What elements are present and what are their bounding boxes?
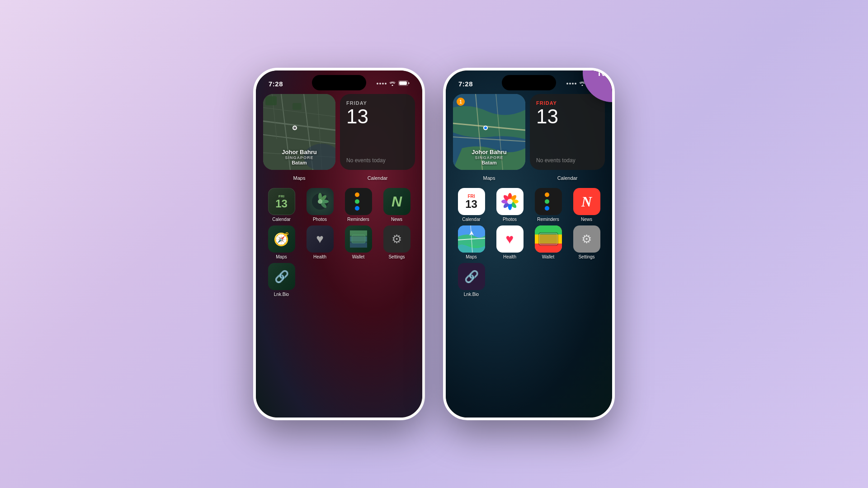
home-content-right: 1 Johor Bahru SINGAPORE Batam FRIDAY [446, 90, 612, 297]
maps-widget-inner-right: 1 Johor Bahru SINGAPORE Batam [453, 94, 525, 170]
app-grid-right: FRI 13 Calendar [453, 188, 605, 297]
calendar-icon-right: FRI 13 [458, 188, 485, 215]
map-bg-right: 1 Johor Bahru SINGAPORE Batam [453, 94, 525, 170]
settings-icon-left: ⚙ [383, 225, 410, 253]
app-item-health-right[interactable]: ♥ Health [491, 225, 528, 259]
maps-icon-left: 🧭 [268, 225, 295, 253]
reminders-icon-left [345, 188, 372, 215]
lnkbio-icon-left: 🔗 [268, 263, 295, 290]
health-label-left: Health [313, 254, 326, 259]
home-content-left: Johor Bahru SINGAPORE Batam FRIDAY 13 No… [256, 90, 422, 297]
signal-dots-right [566, 83, 576, 84]
app-item-photos-right[interactable]: Photos [491, 188, 528, 222]
app-grid-left: FRI 13 Calendar [263, 188, 415, 297]
dot2 [379, 83, 381, 84]
app-item-lnkbio-left[interactable]: 🔗 Lnk.Bio [263, 263, 300, 297]
cal-no-events-right: No events today [536, 157, 599, 164]
phone-right-screen: 7:28 [446, 70, 612, 418]
maps-label-right: Maps [466, 254, 476, 259]
app-item-maps-left[interactable]: 🧭 Maps [263, 225, 300, 259]
lnkbio-label-right: Lnk.Bio [464, 292, 479, 297]
reminders-label-left: Reminders [347, 217, 369, 222]
widget-row-right: 1 Johor Bahru SINGAPORE Batam FRIDAY [453, 94, 605, 170]
app-item-news-left[interactable]: N News [378, 188, 415, 222]
calendar-widget-label-left: Calendar [340, 175, 415, 181]
app-item-reminders-left[interactable]: Reminders [340, 188, 377, 222]
cal-icon-date-right: 13 [465, 199, 477, 210]
widget-labels-right: Maps Calendar [453, 175, 605, 181]
dot3 [382, 83, 384, 84]
maps-label-left: Maps [276, 254, 287, 259]
svg-rect-13 [292, 103, 302, 110]
battery-icon-left [398, 80, 410, 87]
time-left: 7:28 [269, 80, 283, 88]
widget-row-left: Johor Bahru SINGAPORE Batam FRIDAY 13 No… [263, 94, 415, 170]
app-item-reminders-right[interactable]: Reminders [530, 188, 566, 222]
maps-icon-right [458, 225, 485, 253]
wifi-icon-left [389, 80, 396, 87]
dynamic-island-right [502, 75, 556, 90]
phone-left-screen: 7:28 [256, 70, 422, 418]
cal-no-events-left: No events today [346, 157, 409, 164]
cal-date-right: 13 [536, 107, 599, 127]
map-notification-badge-right: 1 [457, 98, 465, 106]
dot4 [385, 83, 387, 84]
svg-rect-53 [539, 233, 557, 245]
app-item-maps-right[interactable]: Maps [453, 225, 490, 259]
widget-labels-left: Maps Calendar [263, 175, 415, 181]
maps-widget-label-right: Maps [453, 175, 525, 181]
news-label-right: News [581, 217, 592, 222]
app-item-settings-left[interactable]: ⚙ Settings [378, 225, 415, 259]
calendar-label-left: Calendar [272, 217, 291, 222]
settings-icon-right: ⚙ [573, 225, 600, 253]
svg-point-35 [484, 127, 487, 129]
svg-point-45 [507, 199, 513, 204]
lnkbio-label-left: Lnk.Bio [274, 292, 289, 297]
calendar-label-right: Calendar [462, 217, 481, 222]
wallet-label-left: Wallet [352, 254, 364, 259]
svg-rect-1 [399, 81, 407, 85]
app-item-wallet-right[interactable]: Wallet [530, 225, 566, 259]
settings-label-right: Settings [578, 254, 594, 259]
calendar-widget-left[interactable]: FRIDAY 13 No events today [340, 94, 415, 170]
app-item-news-right[interactable]: N News [568, 188, 605, 222]
signal-dots-left [377, 83, 387, 84]
app-item-calendar-right[interactable]: FRI 13 Calendar [453, 188, 490, 222]
wallet-icon-right [535, 225, 562, 253]
calendar-icon-left: FRI 13 [268, 188, 295, 215]
phones-container: 7:28 [253, 68, 615, 420]
cal-icon-date-left: 13 [275, 198, 288, 209]
reminders-label-right: Reminders [537, 217, 559, 222]
map-location-label-right: Johor Bahru SINGAPORE Batam [472, 149, 506, 165]
svg-rect-12 [265, 96, 277, 105]
app-item-lnkbio-right[interactable]: 🔗 Lnk.Bio [453, 263, 490, 297]
settings-label-left: Settings [388, 254, 405, 259]
new-badge-text: NEW! [598, 68, 615, 79]
maps-widget-right[interactable]: 1 Johor Bahru SINGAPORE Batam [453, 94, 525, 170]
svg-point-21 [318, 199, 322, 204]
app-item-calendar-left[interactable]: FRI 13 Calendar [263, 188, 300, 222]
dynamic-island-left [312, 75, 366, 90]
phone-left: 7:28 [253, 68, 425, 420]
app-item-wallet-left[interactable]: Wallet [340, 225, 377, 259]
maps-widget-left[interactable]: Johor Bahru SINGAPORE Batam [263, 94, 335, 170]
svg-point-15 [293, 127, 296, 129]
calendar-widget-right[interactable]: FRIDAY 13 No events today [530, 94, 605, 170]
news-icon-right: N [573, 188, 600, 215]
map-location-label-left: Johor Bahru SINGAPORE Batam [282, 149, 316, 165]
app-item-settings-right[interactable]: ⚙ Settings [568, 225, 605, 259]
calendar-widget-label-right: Calendar [530, 175, 605, 181]
news-label-left: News [391, 217, 402, 222]
maps-widget-inner-left: Johor Bahru SINGAPORE Batam [263, 94, 335, 170]
photos-icon-right [496, 188, 524, 215]
wallet-icon-left [345, 225, 372, 253]
status-bar-left: 7:28 [256, 70, 422, 90]
health-icon-left: ♥ [307, 225, 334, 253]
time-right: 7:28 [458, 80, 473, 88]
app-item-photos-left[interactable]: Photos [302, 188, 338, 222]
app-item-health-left[interactable]: ♥ Health [302, 225, 338, 259]
health-label-right: Health [503, 254, 516, 259]
health-icon-right: ♥ [496, 225, 524, 253]
lnkbio-icon-right: 🔗 [458, 263, 485, 290]
phone-right: NEW! 7:28 [443, 68, 615, 420]
